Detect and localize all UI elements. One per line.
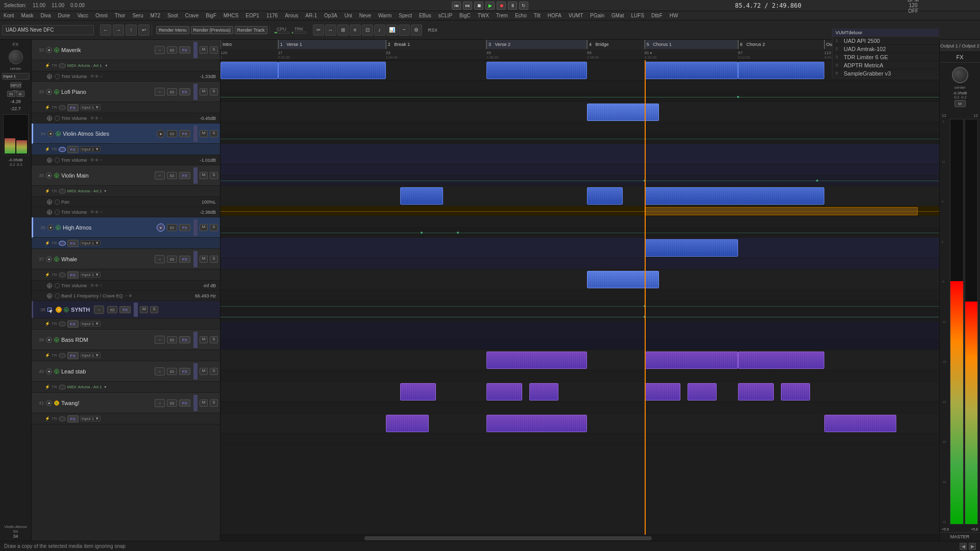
- track-rec-violin-atmos-sides[interactable]: ●: [157, 130, 165, 138]
- track-mute-synth[interactable]: ●: [56, 307, 62, 313]
- track-io-bass-rdm[interactable]: IO: [167, 336, 177, 343]
- track-mute-twang[interactable]: ●: [46, 400, 52, 406]
- track-knob-synth[interactable]: [59, 321, 66, 327]
- clip-lead-stab-verse2b[interactable]: [529, 383, 558, 400]
- plugin-slot-1[interactable]: 1 UAD API 2500: [832, 37, 939, 45]
- track-fx2-high-atmos[interactable]: FX: [67, 240, 79, 247]
- track-input-synth[interactable]: Input 1 ▼: [80, 321, 101, 327]
- plugin-Uni[interactable]: Uni: [343, 13, 354, 18]
- plugin-Mask[interactable]: Mask: [20, 13, 35, 18]
- track-m-violin-main[interactable]: M: [200, 172, 208, 179]
- plugin-slot-2[interactable]: 2 UAD Amtrak-102: [832, 45, 939, 53]
- track-s-violin-main[interactable]: S: [210, 172, 218, 179]
- right-m-button[interactable]: M: [954, 100, 966, 107]
- fx-out-btn[interactable]: M: [16, 91, 24, 97]
- clip-bass-rdm-chorus2[interactable]: [738, 352, 824, 369]
- render-track-button[interactable]: Render Track: [235, 26, 267, 34]
- h-scrollbar-thumb[interactable]: [364, 536, 652, 540]
- track-input-high-atmos[interactable]: Input 1 ▼: [80, 240, 101, 246]
- tool-4[interactable]: ≡: [350, 24, 361, 36]
- plugin-GMat[interactable]: GMat: [610, 13, 625, 18]
- track-auto-power-maverik[interactable]: ⏻: [47, 74, 52, 79]
- track-auto-circle-maverik[interactable]: [55, 74, 60, 79]
- plugin-Soot[interactable]: Soot: [166, 13, 180, 18]
- tool-6[interactable]: ♪: [374, 24, 385, 36]
- track-dropdown-arrow[interactable]: ▼: [105, 64, 108, 67]
- track-power-twang[interactable]: ⏻: [54, 400, 59, 406]
- plugin-HW[interactable]: HW: [668, 13, 680, 18]
- track-header-lofi-piano[interactable]: 33 ● ⏻ Lofi Piano ~ IO FX M S: [32, 82, 220, 102]
- plugin-Echo[interactable]: Echo: [513, 13, 528, 18]
- nav-undo-button[interactable]: ↩: [138, 24, 150, 36]
- track-power-high-atmos[interactable]: ⏻: [56, 225, 61, 230]
- track-fx-violin-main[interactable]: FX: [179, 172, 190, 179]
- track-auto-power2-violin-main[interactable]: ⏻: [47, 210, 52, 215]
- rewind-button[interactable]: ⏮: [452, 2, 461, 10]
- track-m-high-atmos[interactable]: M: [200, 224, 208, 231]
- clip-lead-stab-chorus2b[interactable]: [781, 383, 810, 400]
- track-fx2-synth[interactable]: FX: [67, 320, 79, 328]
- track-knob-maverik[interactable]: [59, 63, 66, 68]
- track-m-whale[interactable]: M: [200, 256, 208, 263]
- plugin-EBus[interactable]: EBus: [418, 13, 433, 18]
- track-s-violin-atmos-sides[interactable]: S: [210, 130, 218, 137]
- track-mute-lofi-piano[interactable]: ●: [46, 89, 52, 95]
- tool-8[interactable]: ~: [399, 24, 410, 36]
- track-io-lofi-piano[interactable]: IO: [167, 88, 177, 95]
- track-io-high-atmos[interactable]: IO: [167, 224, 177, 231]
- tool-7[interactable]: 📊: [386, 24, 398, 36]
- track-knob-violin-atmos-sides[interactable]: [59, 147, 66, 152]
- track-mute-violin-main[interactable]: ●: [46, 172, 52, 179]
- track-io-synth[interactable]: IO: [107, 306, 117, 313]
- plugin-Seru[interactable]: Seru: [131, 13, 144, 18]
- h-scrollbar[interactable]: [220, 535, 939, 541]
- plugin-Thor[interactable]: Thor: [113, 13, 127, 18]
- track-auto-circle-violin-atmos-sides[interactable]: [55, 158, 60, 163]
- track-header-violin-atmos-sides[interactable]: 34 ● ⏻ Violin Atmos Sides ● IO FX M S: [32, 123, 220, 144]
- plugin-Omni[interactable]: Omni: [94, 13, 109, 18]
- arrange-view[interactable]: Intro 1 Verse 1 2 Break 1 3 Verse 2 4 Br…: [220, 40, 939, 541]
- clip-violin-main-chorus1[interactable]: [645, 187, 824, 205]
- track-m-lead-stab[interactable]: M: [200, 368, 208, 375]
- track-fx2-violin-atmos-sides[interactable]: FX: [67, 146, 79, 153]
- track-fx-violin-atmos-sides[interactable]: FX: [179, 130, 190, 137]
- track-fx2-lofi-piano[interactable]: FX: [67, 104, 79, 111]
- tool-1[interactable]: ✂: [313, 24, 324, 36]
- clip-lead-stab-chorus1a[interactable]: [645, 383, 680, 400]
- plugin-MHCS[interactable]: MHCS: [222, 13, 240, 18]
- track-fx-high-atmos[interactable]: FX: [179, 224, 190, 231]
- clip-maverik-chorus1[interactable]: [645, 62, 738, 79]
- stop-button[interactable]: ⏹: [474, 2, 483, 10]
- plugin-Spect[interactable]: Spect: [397, 13, 413, 18]
- track-auto-power-whale[interactable]: ⏻: [47, 283, 52, 288]
- track-io-lead-stab[interactable]: IO: [167, 368, 177, 375]
- plugin-AR1[interactable]: AR-1: [304, 13, 318, 18]
- track-m-synth[interactable]: M: [140, 306, 148, 313]
- plugin-Vacc[interactable]: Vacc: [76, 13, 90, 18]
- clip-high-atmos-chorus1[interactable]: [645, 239, 738, 257]
- status-nav-right[interactable]: ▶: [969, 543, 976, 550]
- track-power-whale[interactable]: ⏻: [54, 257, 59, 262]
- clip-lofi-piano-bridge[interactable]: [587, 104, 659, 121]
- clip-twang-chorus2[interactable]: [824, 415, 896, 432]
- track-m-bass-rdm[interactable]: M: [200, 336, 208, 343]
- track-input-whale[interactable]: Input 1 ▼: [80, 272, 101, 278]
- track-header-bass-rdm[interactable]: 39 ● ⏻ Bass RDM ~ IO FX M S: [32, 330, 220, 350]
- fx-in-btn[interactable]: IN: [7, 91, 15, 97]
- track-m-violin-atmos-sides[interactable]: M: [200, 130, 208, 137]
- folder-collapse-synth[interactable]: ▼: [47, 308, 52, 312]
- fast-forward-button[interactable]: ⏭: [463, 2, 472, 10]
- track-mute-maverik[interactable]: ●: [46, 47, 52, 53]
- track-fx-lead-stab[interactable]: FX: [179, 368, 190, 375]
- play-button[interactable]: ▶: [485, 2, 495, 10]
- track-power-maverik[interactable]: ⏻: [54, 47, 59, 53]
- bpm-value[interactable]: 120: [908, 3, 919, 8]
- track-header-lead-stab[interactable]: 40 ● ⏻ Lead stab ~ IO FX M S: [32, 361, 220, 382]
- plugin-Warm[interactable]: Warm: [377, 13, 393, 18]
- fx-input-fx-btn[interactable]: INPUT FX: [10, 82, 21, 88]
- track-m-twang[interactable]: M: [200, 399, 208, 407]
- plugin-Arous[interactable]: Arous: [283, 13, 300, 18]
- plugin-BigC[interactable]: BigC: [458, 13, 472, 18]
- clip-maverik-chorus2[interactable]: [738, 62, 824, 79]
- track-power-bass-rdm[interactable]: ⏻: [54, 337, 59, 342]
